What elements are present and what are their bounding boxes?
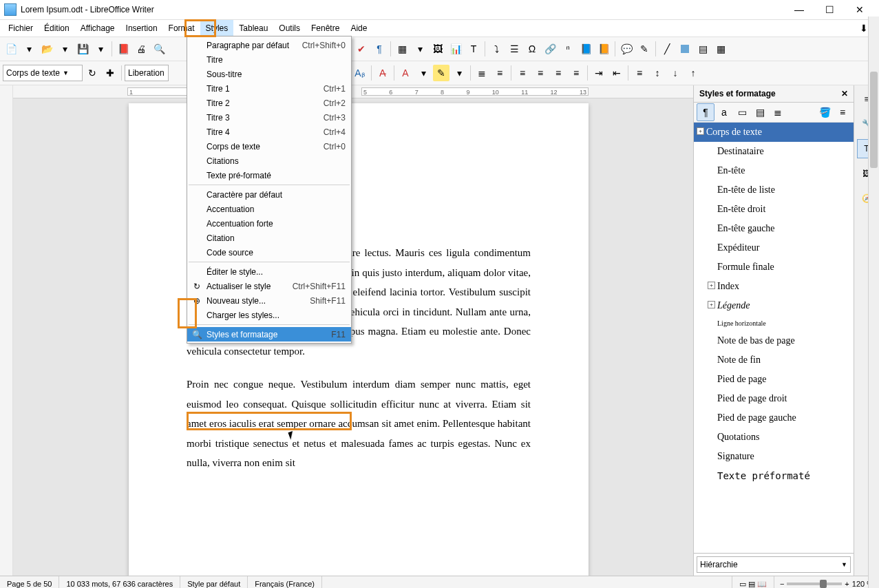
cross-ref-button[interactable]: 📙 bbox=[595, 41, 612, 57]
style-tree-item[interactable]: Destinataire bbox=[694, 142, 854, 161]
side-panel-close-icon[interactable]: ✕ bbox=[841, 89, 848, 98]
menu-item[interactable]: Corps de texteCtrl+0 bbox=[187, 139, 351, 154]
style-tree-item[interactable]: +Corps de texte bbox=[694, 123, 854, 142]
zoom-in-icon[interactable]: + bbox=[845, 580, 849, 588]
new-style-button[interactable]: ✚ bbox=[102, 65, 118, 81]
spellcheck-button[interactable]: ✔ bbox=[353, 41, 370, 57]
number-list-button[interactable]: ≡ bbox=[491, 65, 508, 81]
font-color-button[interactable]: A bbox=[397, 65, 414, 81]
status-page[interactable]: Page 5 de 50 bbox=[0, 576, 59, 588]
document-viewport[interactable]: 1 2 5 6 7 8 9 10 11 12 13 C n bbox=[13, 85, 693, 576]
special-char-button[interactable]: Ω bbox=[524, 41, 540, 57]
highlight-dropdown[interactable]: ▾ bbox=[451, 65, 467, 81]
hyperlink-button[interactable]: 🔗 bbox=[542, 41, 558, 57]
character-styles-tab[interactable]: a bbox=[716, 104, 732, 120]
save-dropdown-icon[interactable]: ▾ bbox=[92, 41, 109, 57]
formatting-marks-button[interactable]: ¶ bbox=[371, 41, 388, 57]
menu-item[interactable]: Titre 4Ctrl+4 bbox=[187, 125, 351, 139]
fill-format-mode-button[interactable]: 🪣 bbox=[816, 104, 833, 120]
font-color-dropdown[interactable]: ▾ bbox=[415, 65, 432, 81]
status-wordcount[interactable]: 10 033 mots, 67 636 caractères bbox=[59, 576, 180, 588]
decrease-spacing-button[interactable]: ↑ bbox=[685, 65, 701, 81]
menu-item[interactable]: Titre 3Ctrl+3 bbox=[187, 110, 351, 125]
more-shapes-button[interactable]: ▦ bbox=[712, 41, 729, 57]
menu-item[interactable]: Éditer le style... bbox=[187, 264, 351, 279]
style-tree-item[interactable]: En-tête de liste bbox=[694, 180, 854, 200]
style-tree-item[interactable]: Signature bbox=[694, 447, 854, 466]
draw-functions-button[interactable]: ▤ bbox=[695, 41, 711, 57]
menu-item[interactable]: ↻Actualiser le styleCtrl+Shift+F11 bbox=[187, 279, 351, 293]
menu-format[interactable]: Format bbox=[163, 20, 200, 36]
zoom-slider[interactable] bbox=[787, 582, 842, 585]
style-tree-item[interactable]: Pied de page gauche bbox=[694, 408, 854, 428]
print-button[interactable]: 🖨 bbox=[133, 41, 149, 57]
style-tree-item[interactable]: Pied de page bbox=[694, 370, 854, 389]
table-dropdown-icon[interactable]: ▾ bbox=[412, 41, 428, 57]
tree-expander-icon[interactable]: + bbox=[708, 301, 715, 308]
update-style-button[interactable]: ↻ bbox=[84, 65, 100, 81]
minimize-button[interactable]: — bbox=[784, 0, 814, 19]
scrollbar-thumb[interactable] bbox=[870, 72, 878, 168]
menu-item[interactable]: Sous-titre bbox=[187, 67, 351, 81]
menu-item[interactable]: Titre 1Ctrl+1 bbox=[187, 81, 351, 96]
basic-shapes-button[interactable] bbox=[677, 41, 693, 57]
menu-edition[interactable]: Édition bbox=[39, 20, 75, 36]
export-pdf-button[interactable]: 📕 bbox=[115, 41, 131, 57]
tree-expander-icon[interactable]: + bbox=[697, 127, 704, 135]
menu-aide[interactable]: Aide bbox=[345, 20, 372, 36]
style-tree-item[interactable]: Pied de page droit bbox=[694, 389, 854, 408]
align-center-button[interactable]: ≡ bbox=[532, 65, 549, 81]
increase-spacing-button[interactable]: ↓ bbox=[667, 65, 684, 81]
status-view-icons[interactable]: ▭ ▤ 📖 bbox=[732, 576, 774, 588]
menu-styles[interactable]: Styles bbox=[200, 20, 234, 36]
save-button[interactable]: 💾 bbox=[74, 41, 91, 57]
para-spacing-button[interactable]: ↕ bbox=[649, 65, 666, 81]
comment-button[interactable]: 💬 bbox=[618, 41, 635, 57]
style-tree[interactable]: +Corps de texteDestinataireEn-têteEn-têt… bbox=[694, 123, 854, 554]
style-tree-item[interactable]: +Index bbox=[694, 277, 854, 296]
chart-button[interactable]: 📊 bbox=[447, 41, 464, 57]
style-tree-item[interactable]: En-tête droit bbox=[694, 200, 854, 219]
increase-indent-button[interactable]: ⇥ bbox=[591, 65, 607, 81]
status-page-style[interactable]: Style par défaut bbox=[180, 576, 248, 588]
new-doc-button[interactable]: 📄 bbox=[3, 41, 19, 57]
menu-item[interactable]: Accentuation forte bbox=[187, 216, 351, 231]
menu-affichage[interactable]: Affichage bbox=[75, 20, 120, 36]
zoom-out-icon[interactable]: − bbox=[780, 580, 784, 588]
align-justify-button[interactable]: ≡ bbox=[568, 65, 584, 81]
menu-outils[interactable]: Outils bbox=[273, 20, 306, 36]
tree-expander-icon[interactable]: + bbox=[708, 282, 715, 289]
open-button[interactable]: 📂 bbox=[39, 41, 55, 57]
maximize-button[interactable]: ☐ bbox=[814, 0, 845, 19]
open-dropdown-icon[interactable]: ▾ bbox=[56, 41, 73, 57]
bullet-list-button[interactable]: ≣ bbox=[474, 65, 490, 81]
menu-tableau[interactable]: Tableau bbox=[233, 20, 273, 36]
field-button[interactable]: ☰ bbox=[506, 41, 522, 57]
new-dropdown-icon[interactable]: ▾ bbox=[21, 41, 37, 57]
menu-item[interactable]: Paragraphe par défautCtrl+Shift+0 bbox=[187, 38, 351, 52]
menu-item[interactable]: 🔍Styles et formatageF11 bbox=[187, 327, 351, 342]
side-panel-scrollbar[interactable] bbox=[868, 17, 879, 588]
menu-item[interactable]: Titre bbox=[187, 52, 351, 67]
line-spacing-button[interactable]: ≡ bbox=[631, 65, 648, 81]
line-button[interactable]: ╱ bbox=[659, 41, 675, 57]
menu-item[interactable]: Charger les styles... bbox=[187, 308, 351, 322]
track-changes-button[interactable]: ✎ bbox=[636, 41, 653, 57]
style-tree-item[interactable]: Ligne horizontale bbox=[694, 315, 854, 331]
page-break-button[interactable]: ⤵ bbox=[488, 41, 505, 57]
style-tree-item[interactable]: En-tête bbox=[694, 161, 854, 180]
style-tree-item[interactable]: Note de fin bbox=[694, 350, 854, 370]
decrease-indent-button[interactable]: ⇤ bbox=[608, 65, 625, 81]
style-tree-item[interactable]: Quotations bbox=[694, 428, 854, 447]
style-tree-item[interactable]: Expéditeur bbox=[694, 238, 854, 258]
align-left-button[interactable]: ≡ bbox=[514, 65, 531, 81]
clear-formatting-button[interactable]: A̶ bbox=[374, 65, 391, 81]
align-right-button[interactable]: ≡ bbox=[550, 65, 566, 81]
paragraph-styles-tab[interactable]: ¶ bbox=[697, 103, 714, 121]
menu-item[interactable]: Citation bbox=[187, 231, 351, 245]
menu-insertion[interactable]: Insertion bbox=[120, 20, 163, 36]
bookmark-button[interactable]: 📘 bbox=[578, 41, 594, 57]
paragraph-style-combo[interactable]: Corps de texte ▼ bbox=[3, 65, 83, 81]
style-tree-item[interactable]: Formule finale bbox=[694, 258, 854, 277]
textbox-button[interactable]: T bbox=[465, 41, 482, 57]
